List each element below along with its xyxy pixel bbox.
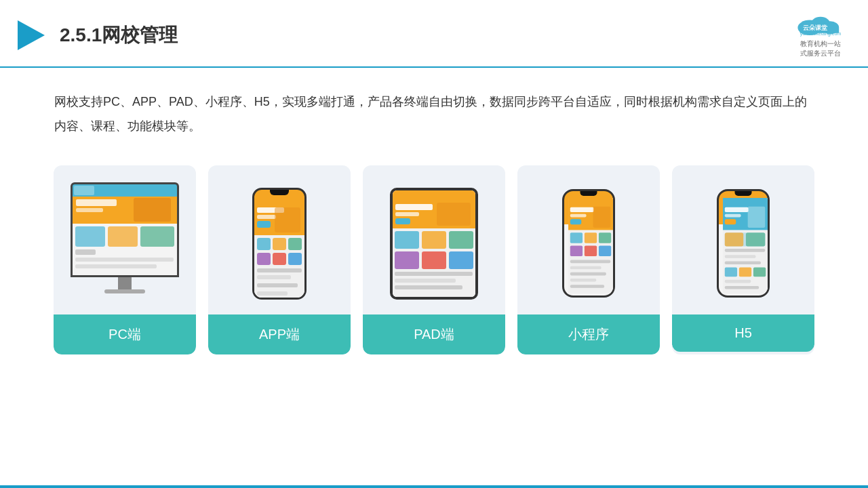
svg-rect-21 bbox=[254, 197, 304, 205]
svg-rect-31 bbox=[257, 253, 271, 265]
app-phone bbox=[252, 188, 307, 300]
svg-rect-92 bbox=[725, 286, 759, 289]
svg-rect-61 bbox=[593, 207, 611, 228]
miniprogram-phone bbox=[562, 189, 615, 298]
cards-container: PC端 bbox=[0, 152, 868, 368]
svg-rect-43 bbox=[395, 218, 410, 224]
svg-rect-66 bbox=[570, 246, 583, 257]
logo-icon: yunduoketang.com 云朵课堂 bbox=[793, 12, 848, 37]
svg-rect-47 bbox=[422, 231, 446, 249]
svg-rect-35 bbox=[257, 275, 291, 279]
header: 2.5.1网校管理 yunduoketang.com 云朵课堂 教育机构一站 式… bbox=[0, 0, 868, 68]
card-pc-label: PC端 bbox=[54, 314, 196, 354]
pad-tablet bbox=[390, 188, 478, 300]
card-pad-label: PAD端 bbox=[363, 314, 505, 354]
h5-notch bbox=[735, 191, 752, 196]
bottom-line bbox=[0, 485, 868, 488]
h5-image-area bbox=[672, 165, 814, 314]
svg-rect-48 bbox=[449, 231, 473, 249]
svg-rect-32 bbox=[273, 253, 286, 265]
pad-image-area bbox=[363, 165, 505, 314]
svg-rect-18 bbox=[75, 258, 174, 262]
h5-phone bbox=[717, 189, 770, 298]
svg-rect-80 bbox=[748, 207, 766, 228]
card-h5: H5 bbox=[672, 165, 814, 354]
svg-text:yunduoketang.com: yunduoketang.com bbox=[800, 30, 842, 37]
svg-rect-51 bbox=[449, 251, 473, 269]
svg-rect-85 bbox=[725, 249, 766, 252]
pc-monitor bbox=[67, 182, 182, 304]
card-app: APP端 bbox=[208, 165, 351, 354]
svg-rect-78 bbox=[725, 214, 741, 218]
miniprogram-image-area bbox=[517, 165, 660, 314]
svg-rect-72 bbox=[570, 279, 596, 282]
svg-rect-88 bbox=[725, 268, 737, 277]
mini-screen bbox=[564, 191, 613, 296]
svg-rect-89 bbox=[739, 268, 751, 277]
svg-rect-71 bbox=[570, 272, 606, 276]
svg-rect-10 bbox=[76, 199, 117, 206]
description: 网校支持PC、APP、PAD、小程序、H5，实现多端打通，产品各终端自由切换，数… bbox=[0, 68, 868, 152]
svg-rect-52 bbox=[395, 272, 473, 276]
svg-rect-90 bbox=[753, 268, 766, 277]
svg-rect-46 bbox=[395, 231, 419, 249]
svg-rect-26 bbox=[275, 207, 300, 232]
svg-rect-86 bbox=[725, 255, 756, 258]
svg-rect-60 bbox=[570, 219, 581, 224]
card-pc: PC端 bbox=[54, 165, 196, 354]
svg-rect-67 bbox=[585, 246, 597, 257]
svg-marker-0 bbox=[18, 20, 45, 50]
pc-image-area bbox=[54, 165, 196, 314]
svg-rect-12 bbox=[134, 198, 171, 222]
svg-rect-11 bbox=[76, 208, 103, 212]
monitor-stand bbox=[118, 277, 132, 289]
svg-rect-15 bbox=[108, 226, 138, 247]
svg-rect-8 bbox=[74, 186, 94, 195]
svg-rect-36 bbox=[257, 283, 298, 287]
play-icon bbox=[14, 18, 49, 53]
monitor-screen bbox=[71, 182, 179, 277]
svg-rect-56 bbox=[568, 198, 613, 205]
svg-rect-54 bbox=[395, 285, 462, 289]
svg-rect-19 bbox=[75, 264, 157, 268]
svg-rect-77 bbox=[725, 207, 749, 212]
svg-rect-84 bbox=[746, 232, 765, 246]
svg-rect-50 bbox=[422, 251, 446, 269]
svg-rect-29 bbox=[273, 238, 286, 250]
card-miniprogram: 小程序 bbox=[517, 165, 660, 354]
svg-rect-16 bbox=[140, 226, 174, 247]
svg-rect-65 bbox=[599, 232, 611, 243]
svg-rect-58 bbox=[570, 207, 594, 212]
h5-screen bbox=[719, 191, 768, 296]
svg-rect-49 bbox=[395, 251, 419, 269]
mini-notch bbox=[580, 191, 597, 196]
svg-rect-59 bbox=[570, 214, 587, 218]
svg-rect-37 bbox=[257, 291, 288, 296]
svg-rect-33 bbox=[288, 253, 302, 265]
svg-rect-63 bbox=[570, 232, 583, 243]
svg-rect-83 bbox=[725, 232, 743, 246]
header-left: 2.5.1网校管理 bbox=[14, 18, 178, 53]
svg-rect-42 bbox=[395, 212, 419, 216]
logo-area: yunduoketang.com 云朵课堂 教育机构一站 式服务云平台 bbox=[793, 12, 848, 58]
svg-rect-14 bbox=[75, 226, 105, 247]
svg-rect-24 bbox=[257, 215, 276, 219]
logo-subtitle: 教育机构一站 式服务云平台 bbox=[800, 39, 841, 58]
svg-rect-28 bbox=[257, 238, 271, 250]
svg-rect-39 bbox=[393, 190, 475, 201]
svg-rect-25 bbox=[257, 221, 271, 228]
card-pad: PAD端 bbox=[363, 165, 505, 354]
page-title: 2.5.1网校管理 bbox=[60, 22, 178, 48]
card-h5-label: H5 bbox=[672, 314, 814, 352]
svg-rect-91 bbox=[725, 280, 751, 283]
app-image-area bbox=[208, 165, 351, 314]
card-app-label: APP端 bbox=[208, 314, 351, 354]
svg-text:云朵课堂: 云朵课堂 bbox=[803, 24, 827, 31]
tablet-screen bbox=[393, 190, 475, 297]
svg-rect-75 bbox=[723, 198, 768, 205]
monitor-base bbox=[104, 289, 145, 293]
svg-rect-70 bbox=[570, 266, 601, 270]
svg-rect-17 bbox=[75, 249, 96, 255]
svg-rect-87 bbox=[725, 261, 761, 264]
svg-rect-34 bbox=[257, 268, 302, 272]
